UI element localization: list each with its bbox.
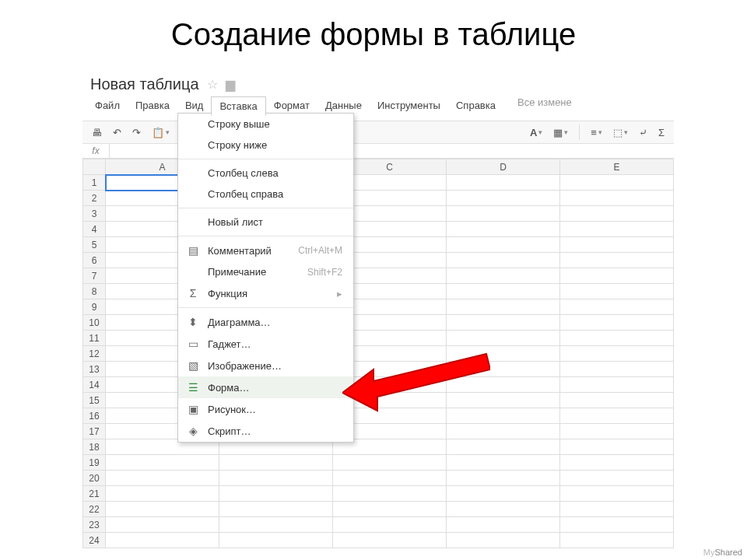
- row-header[interactable]: 15: [83, 393, 106, 408]
- wrap-icon[interactable]: ⤶: [636, 125, 651, 140]
- cell[interactable]: [560, 439, 674, 455]
- cell[interactable]: [447, 533, 560, 548]
- align-icon[interactable]: ≡▾: [587, 125, 605, 140]
- cell[interactable]: [560, 331, 674, 346]
- undo-icon[interactable]: ↶: [110, 125, 124, 140]
- cell[interactable]: [560, 237, 674, 253]
- menu-item[interactable]: ▣Рисунок…: [178, 398, 353, 420]
- menu-item[interactable]: ▧Изображение…: [178, 355, 353, 376]
- row-header[interactable]: 3: [83, 206, 106, 222]
- menu-item[interactable]: Строку выше: [178, 114, 353, 135]
- cell[interactable]: [219, 502, 333, 517]
- cell[interactable]: [447, 315, 560, 331]
- cell[interactable]: [219, 486, 333, 502]
- cell[interactable]: [219, 517, 333, 533]
- spreadsheet-grid[interactable]: ABCDE12345678910111213141516171819202122…: [82, 159, 674, 548]
- cell[interactable]: [333, 517, 447, 533]
- cell[interactable]: [560, 299, 674, 315]
- row-header[interactable]: 13: [83, 362, 106, 377]
- document-title[interactable]: Новая таблица: [90, 75, 199, 93]
- row-header[interactable]: 4: [83, 222, 106, 237]
- cell[interactable]: [447, 222, 560, 237]
- cell[interactable]: [219, 455, 333, 471]
- cell[interactable]: [560, 175, 674, 191]
- cell[interactable]: [447, 253, 560, 268]
- row-header[interactable]: 2: [83, 191, 106, 206]
- row-header[interactable]: 1: [83, 175, 106, 191]
- merge-icon[interactable]: ⬚▾: [610, 125, 631, 140]
- cell[interactable]: [560, 206, 674, 222]
- row-header[interactable]: 8: [83, 284, 106, 299]
- cell[interactable]: [447, 439, 560, 455]
- row-header[interactable]: 19: [83, 455, 106, 471]
- cell[interactable]: [447, 486, 560, 502]
- row-header[interactable]: 11: [83, 331, 106, 346]
- menu-item[interactable]: ◈Скрипт…: [178, 420, 353, 442]
- cell[interactable]: [560, 362, 674, 377]
- cell[interactable]: [560, 268, 674, 284]
- column-header[interactable]: D: [447, 159, 560, 175]
- folder-icon[interactable]: ▆: [226, 77, 235, 92]
- star-icon[interactable]: ☆: [207, 77, 218, 92]
- menu-item[interactable]: ▤КомментарийCtrl+Alt+M: [178, 240, 353, 261]
- row-header[interactable]: 20: [83, 471, 106, 486]
- menu-item[interactable]: Столбец справа: [178, 184, 353, 205]
- menu-item[interactable]: Строку ниже: [178, 135, 353, 156]
- cell[interactable]: [447, 502, 560, 517]
- cell[interactable]: [106, 502, 219, 517]
- menu-справка[interactable]: Справка: [448, 96, 503, 116]
- menu-item[interactable]: Новый лист: [178, 212, 353, 233]
- cell[interactable]: [447, 517, 560, 533]
- cell[interactable]: [219, 471, 333, 486]
- cell[interactable]: [333, 533, 447, 548]
- column-header[interactable]: E: [560, 159, 674, 175]
- menu-инструменты[interactable]: Инструменты: [370, 96, 448, 116]
- cell[interactable]: [333, 486, 447, 502]
- cell[interactable]: [447, 175, 560, 191]
- cell[interactable]: [447, 377, 560, 393]
- menu-item[interactable]: Столбец слева: [178, 163, 353, 184]
- cell[interactable]: [447, 284, 560, 299]
- row-header[interactable]: 14: [83, 377, 106, 393]
- cell[interactable]: [560, 253, 674, 268]
- cell[interactable]: [447, 346, 560, 362]
- menu-item[interactable]: ☰Форма…: [178, 376, 353, 398]
- row-header[interactable]: 12: [83, 346, 106, 362]
- cell[interactable]: [447, 331, 560, 346]
- cell[interactable]: [447, 191, 560, 206]
- row-header[interactable]: 6: [83, 253, 106, 268]
- row-header[interactable]: 7: [83, 268, 106, 284]
- row-header[interactable]: 18: [83, 439, 106, 455]
- row-header[interactable]: 22: [83, 502, 106, 517]
- cell[interactable]: [560, 517, 674, 533]
- cell[interactable]: [447, 206, 560, 222]
- cell[interactable]: [106, 455, 219, 471]
- menu-item[interactable]: ⬍Диаграмма…: [178, 311, 353, 333]
- cell[interactable]: [560, 471, 674, 486]
- cell[interactable]: [106, 517, 219, 533]
- cell[interactable]: [560, 533, 674, 548]
- paste-icon[interactable]: 📋▾: [149, 125, 173, 140]
- cell[interactable]: [560, 486, 674, 502]
- cell[interactable]: [106, 486, 219, 502]
- row-header[interactable]: 9: [83, 299, 106, 315]
- borders-icon[interactable]: ▦▾: [550, 125, 571, 140]
- row-header[interactable]: 23: [83, 517, 106, 533]
- cell[interactable]: [560, 408, 674, 424]
- row-header[interactable]: 21: [83, 486, 106, 502]
- row-header[interactable]: 10: [83, 315, 106, 331]
- row-header[interactable]: 24: [83, 533, 106, 548]
- cell[interactable]: [333, 471, 447, 486]
- row-header[interactable]: 17: [83, 424, 106, 439]
- cell[interactable]: [560, 284, 674, 299]
- cell[interactable]: [560, 315, 674, 331]
- menu-правка[interactable]: Правка: [128, 96, 177, 116]
- cell[interactable]: [447, 299, 560, 315]
- cell[interactable]: [560, 222, 674, 237]
- row-header[interactable]: 5: [83, 237, 106, 253]
- redo-icon[interactable]: ↷: [129, 125, 144, 140]
- cell[interactable]: [560, 455, 674, 471]
- cell[interactable]: [560, 424, 674, 439]
- functions-icon[interactable]: Σ: [655, 125, 668, 140]
- cell[interactable]: [447, 268, 560, 284]
